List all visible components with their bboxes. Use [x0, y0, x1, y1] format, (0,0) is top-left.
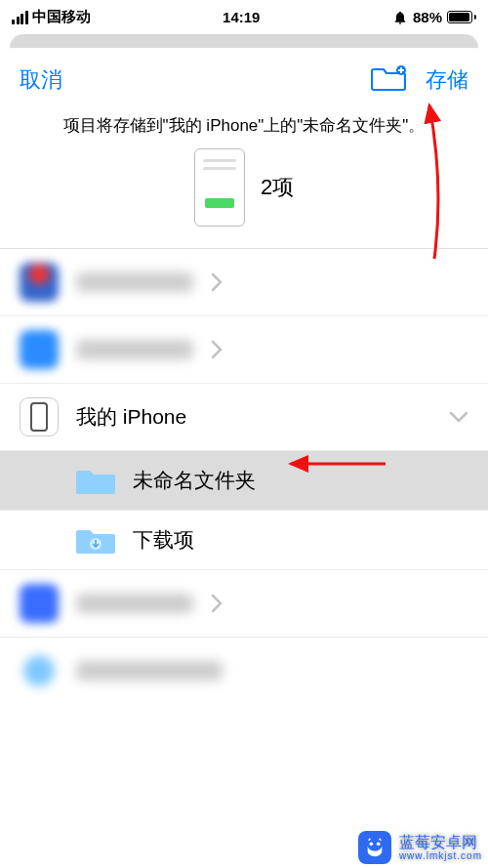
cloud-icon — [20, 651, 59, 690]
folder-row-unnamed[interactable]: 未命名文件夹 — [0, 451, 488, 511]
iphone-icon — [20, 397, 59, 436]
location-label-blurred — [76, 340, 193, 359]
watermark-icon — [358, 831, 391, 864]
new-folder-icon[interactable] — [371, 63, 406, 97]
svg-point-2 — [369, 843, 373, 847]
watermark-title: 蓝莓安卓网 — [399, 834, 482, 851]
location-label: 我的 iPhone — [76, 403, 431, 431]
location-row-my-iphone[interactable]: 我的 iPhone — [0, 384, 488, 451]
chevron-right-icon — [211, 340, 223, 359]
svg-point-3 — [377, 843, 381, 847]
status-right: 88% — [392, 9, 476, 25]
save-sheet: 取消 存储 项目将存储到"我的 iPhone"上的"未命名文件夹"。 2项 — [0, 48, 488, 704]
nav-bar: 取消 存储 — [0, 48, 488, 106]
carrier-label: 中国移动 — [32, 8, 91, 26]
save-description: 项目将存储到"我的 iPhone"上的"未命名文件夹"。 — [0, 106, 488, 148]
signal-icon — [12, 11, 28, 24]
location-row-blurred-3[interactable] — [0, 570, 488, 638]
save-button[interactable]: 存储 — [426, 65, 468, 95]
app-icon — [20, 584, 59, 623]
downloads-folder-icon — [76, 524, 115, 556]
chevron-down-icon — [449, 411, 468, 423]
chevron-right-icon — [211, 594, 223, 613]
folder-label: 未命名文件夹 — [133, 467, 468, 494]
battery-icon — [447, 11, 476, 23]
location-row-blurred-2[interactable] — [0, 316, 488, 384]
file-thumbnail — [194, 148, 245, 227]
app-icon — [20, 330, 59, 369]
location-label-blurred — [76, 272, 193, 292]
folder-label: 下载项 — [133, 526, 468, 554]
app-icon — [20, 263, 59, 302]
preview-area: 2项 — [0, 148, 488, 248]
location-row-blurred-4[interactable] — [0, 638, 488, 704]
status-left: 中国移动 — [12, 8, 91, 26]
watermark: 蓝莓安卓网 www.lmkjst.com — [358, 831, 482, 864]
location-row-blurred-1[interactable] — [0, 249, 488, 316]
clock: 14:19 — [223, 9, 260, 25]
battery-percent: 88% — [413, 9, 442, 25]
chevron-right-icon — [211, 272, 223, 292]
folder-row-downloads[interactable]: 下载项 — [0, 511, 488, 570]
item-count: 2项 — [261, 173, 294, 202]
location-label-blurred — [76, 661, 223, 681]
cancel-button[interactable]: 取消 — [20, 65, 62, 95]
alarm-icon — [392, 10, 408, 25]
folder-icon — [76, 465, 115, 496]
status-bar: 中国移动 14:19 88% — [0, 0, 488, 34]
location-label-blurred — [76, 594, 193, 613]
watermark-url: www.lmkjst.com — [399, 850, 482, 861]
